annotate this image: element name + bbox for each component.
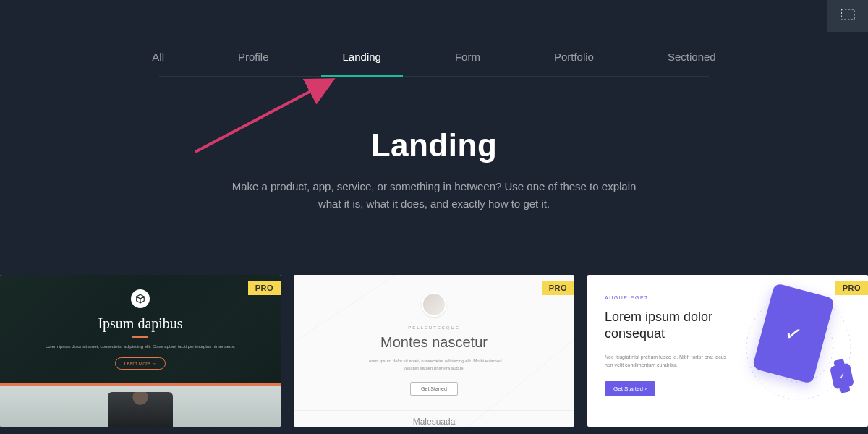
- template-card[interactable]: PRO Ipsum dapibus Lorem ipsum dolor sit …: [0, 275, 281, 427]
- template-title: Montes nascetur: [380, 334, 488, 351]
- tab-landing[interactable]: Landing: [339, 51, 386, 76]
- tab-sectioned[interactable]: Sectioned: [663, 51, 720, 76]
- hero: Landing Make a product, app, service, or…: [0, 127, 868, 213]
- page-title: Landing: [0, 127, 868, 163]
- template-card[interactable]: PRO AUGUE EGET Lorem ipsum dolor consequ…: [587, 275, 868, 427]
- marquee-selection-icon: [841, 9, 855, 23]
- template-preview: AUGUE EGET Lorem ipsum dolor consequat N…: [605, 295, 728, 427]
- tab-profile[interactable]: Profile: [234, 51, 273, 76]
- pro-badge: PRO: [542, 281, 574, 295]
- get-started-button: Get Started: [410, 382, 458, 396]
- get-started-button: Get Started ›: [605, 381, 655, 396]
- template-title: Ipsum dapibus: [98, 315, 182, 332]
- template-title: Lorem ipsum dolor consequat: [605, 309, 728, 343]
- person-silhouette-icon: [108, 392, 173, 427]
- avatar: [422, 292, 446, 317]
- svg-rect-0: [841, 9, 854, 20]
- tab-all[interactable]: All: [148, 51, 169, 76]
- template-lower-image: [0, 386, 281, 427]
- learn-more-button: Learn More →: [115, 357, 166, 370]
- category-tabs: All Profile Landing Form Portfolio Secti…: [159, 51, 709, 77]
- template-preview: Ipsum dapibus Lorem ipsum dolor sit amet…: [0, 275, 281, 383]
- pro-badge: PRO: [248, 281, 281, 295]
- device-illustration-icon: ✓ ✓: [733, 289, 856, 405]
- template-subtitle: Nec feugiat nisl pretium fusce id. Nibh …: [605, 353, 728, 369]
- template-eyebrow: AUGUE EGET: [605, 295, 728, 300]
- tab-form[interactable]: Form: [451, 51, 485, 76]
- template-eyebrow: PELLENTESQUE: [408, 326, 460, 330]
- tab-portfolio[interactable]: Portfolio: [550, 51, 598, 76]
- template-footer: Malesuada: [294, 410, 574, 427]
- template-grid: PRO Ipsum dapibus Lorem ipsum dolor sit …: [0, 275, 868, 427]
- divider: [132, 336, 148, 338]
- pro-badge: PRO: [835, 281, 868, 295]
- check-icon: ✓: [783, 320, 805, 347]
- selection-tool-button[interactable]: [827, 0, 868, 32]
- template-subtitle: Lorem ipsum dolor sit amet, consectetur …: [46, 344, 235, 350]
- check-icon: ✓: [838, 370, 847, 382]
- page-description: Make a product, app, service, or somethi…: [231, 178, 637, 213]
- cube-logo-icon: [131, 289, 150, 308]
- template-card[interactable]: PRO PELLENTESQUE Montes nascetur Lorem i…: [294, 275, 574, 427]
- template-subtitle: Lorem ipsum dolor sit amet, consectetur …: [362, 358, 506, 372]
